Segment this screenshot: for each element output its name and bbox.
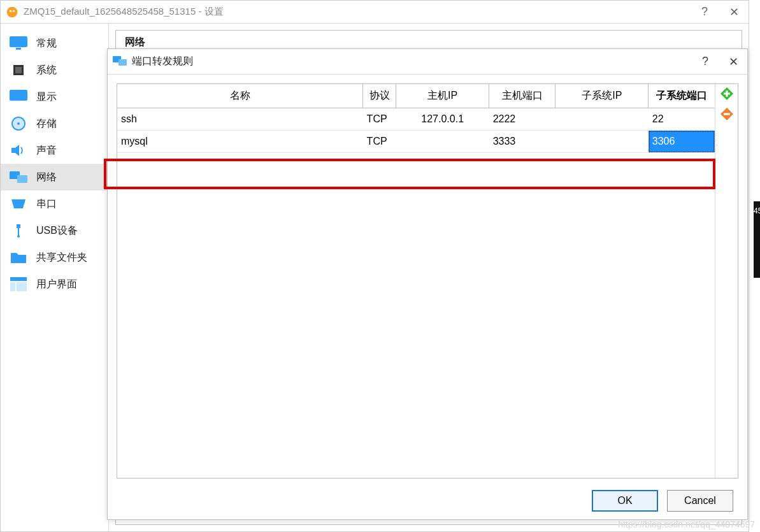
speaker-icon xyxy=(10,143,27,157)
sidebar-item-display[interactable]: 显示 xyxy=(1,83,108,110)
sidebar-item-ui[interactable]: 用户界面 xyxy=(1,271,108,298)
svg-rect-12 xyxy=(17,175,27,183)
table-row[interactable]: ssh TCP 127.0.0.1 2222 22 xyxy=(117,108,715,131)
cell-host-port[interactable]: 2222 xyxy=(489,108,556,131)
svg-point-2 xyxy=(13,10,15,11)
ok-button[interactable]: OK xyxy=(592,490,658,512)
svg-rect-15 xyxy=(18,227,19,236)
col-guest-ip[interactable]: 子系统IP xyxy=(556,84,649,108)
svg-rect-19 xyxy=(17,282,27,291)
dialog-body: 名称 协议 主机IP 主机端口 子系统IP 子系统端口 ssh TCP 127. xyxy=(108,75,747,519)
sidebar-item-shared[interactable]: 共享文件夹 xyxy=(1,244,108,271)
svg-point-1 xyxy=(10,10,11,11)
sidebar-item-label: 用户界面 xyxy=(36,278,77,291)
watermark: https://blog.csdn.net/qq_44074697 xyxy=(618,519,755,529)
svg-rect-21 xyxy=(118,59,127,66)
sidebar-item-network[interactable]: 网络 xyxy=(1,164,108,191)
dialog-close-button[interactable]: ✕ xyxy=(719,49,747,75)
cell-host-port[interactable]: 3333 xyxy=(489,131,556,153)
svg-marker-13 xyxy=(11,199,25,208)
cell-host-ip[interactable] xyxy=(396,131,489,153)
folder-icon xyxy=(10,250,27,264)
sidebar-item-usb[interactable]: USB设备 xyxy=(1,217,108,244)
sidebar-item-label: 显示 xyxy=(36,90,57,104)
cell-host-ip[interactable]: 127.0.0.1 xyxy=(396,108,489,131)
sidebar-item-label: USB设备 xyxy=(36,224,78,238)
usb-icon xyxy=(10,224,27,238)
svg-rect-3 xyxy=(10,36,27,47)
svg-rect-18 xyxy=(10,282,15,291)
svg-point-0 xyxy=(7,6,18,17)
table-header-row: 名称 协议 主机IP 主机端口 子系统IP 子系统端口 xyxy=(117,84,715,108)
cancel-button[interactable]: Cancel xyxy=(667,490,733,512)
sidebar-item-system[interactable]: 系统 xyxy=(1,57,108,83)
help-button[interactable]: ? xyxy=(690,1,719,24)
add-rule-button[interactable] xyxy=(720,87,734,101)
app-icon xyxy=(6,6,18,18)
port-table-wrap: 名称 协议 主机IP 主机端口 子系统IP 子系统端口 ssh TCP 127. xyxy=(117,83,738,478)
dialog-titlebar: 端口转发规则 ? ✕ xyxy=(108,49,747,75)
port-forwarding-dialog: 端口转发规则 ? ✕ 名称 协议 主机IP 主机端口 子系统IP xyxy=(107,48,748,520)
cell-name[interactable]: mysql xyxy=(117,131,363,153)
sidebar-item-label: 声音 xyxy=(36,144,57,157)
section-title: 网络 xyxy=(125,36,733,49)
dialog-help-button[interactable]: ? xyxy=(691,49,719,75)
close-button[interactable]: ✕ xyxy=(719,1,749,24)
cell-name[interactable]: ssh xyxy=(117,108,363,131)
network-icon xyxy=(10,170,27,184)
cell-protocol[interactable]: TCP xyxy=(363,108,396,131)
settings-title: ZMQ15_default_1625648525458_51315 - 设置 xyxy=(24,6,690,18)
cell-guest-port[interactable]: 3306 xyxy=(649,131,715,153)
cell-guest-ip[interactable] xyxy=(556,131,649,153)
sidebar-item-label: 共享文件夹 xyxy=(36,251,87,264)
network-icon xyxy=(113,55,127,69)
dialog-buttons: OK Cancel xyxy=(592,490,733,512)
layout-icon xyxy=(10,277,27,291)
chip-icon xyxy=(10,63,27,77)
remove-rule-button[interactable] xyxy=(720,107,734,121)
serial-icon xyxy=(10,197,27,211)
svg-point-9 xyxy=(17,122,20,125)
table-side-buttons xyxy=(715,84,738,478)
cell-protocol[interactable]: TCP xyxy=(363,131,396,153)
sidebar-item-serial[interactable]: 串口 xyxy=(1,191,108,217)
col-host-ip[interactable]: 主机IP xyxy=(396,84,489,108)
sidebar-item-storage[interactable]: 存储 xyxy=(1,110,108,137)
svg-rect-7 xyxy=(10,90,27,101)
behind-text: 45 xyxy=(754,201,760,220)
sidebar-item-label: 常规 xyxy=(36,37,57,50)
monitor-icon xyxy=(10,36,27,50)
settings-sidebar: 常规 系统 显示 存储 声音 网络 xyxy=(1,24,109,531)
sidebar-item-label: 存储 xyxy=(36,117,57,131)
table-row[interactable]: mysql TCP 3333 3306 xyxy=(117,131,715,153)
sidebar-item-audio[interactable]: 声音 xyxy=(1,137,108,164)
svg-point-16 xyxy=(17,235,20,238)
col-host-port[interactable]: 主机端口 xyxy=(489,84,556,108)
disk-icon xyxy=(10,117,27,131)
svg-rect-4 xyxy=(16,48,21,50)
col-name[interactable]: 名称 xyxy=(117,84,363,108)
col-protocol[interactable]: 协议 xyxy=(363,84,396,108)
sidebar-item-label: 网络 xyxy=(36,171,57,184)
svg-rect-17 xyxy=(10,277,27,281)
cell-guest-ip[interactable] xyxy=(556,108,649,131)
col-guest-port[interactable]: 子系统端口 xyxy=(649,84,715,108)
port-forward-table[interactable]: 名称 协议 主机IP 主机端口 子系统IP 子系统端口 ssh TCP 127. xyxy=(117,84,715,153)
settings-titlebar: ZMQ15_default_1625648525458_51315 - 设置 ?… xyxy=(1,1,749,24)
sidebar-item-label: 系统 xyxy=(36,64,57,77)
cell-guest-port[interactable]: 22 xyxy=(649,108,715,131)
sidebar-item-general[interactable]: 常规 xyxy=(1,30,108,57)
svg-marker-10 xyxy=(11,145,19,156)
display-icon xyxy=(10,90,27,104)
dialog-title: 端口转发规则 xyxy=(132,55,691,68)
sidebar-item-label: 串口 xyxy=(36,198,57,211)
svg-rect-6 xyxy=(15,67,22,73)
port-table-main: 名称 协议 主机IP 主机端口 子系统IP 子系统端口 ssh TCP 127. xyxy=(117,84,715,478)
